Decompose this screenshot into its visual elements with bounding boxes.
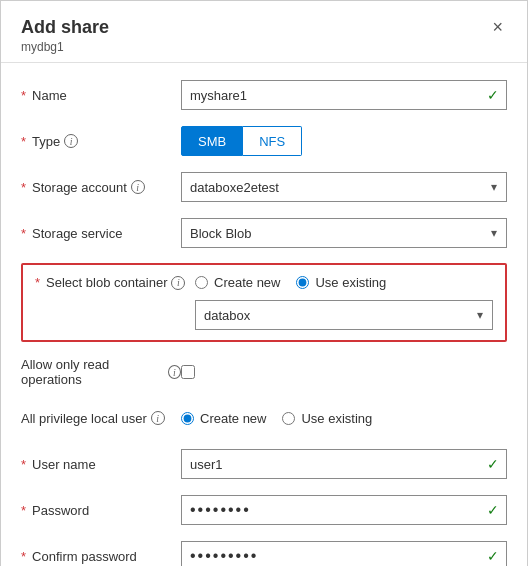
blob-create-new-radio[interactable] (195, 276, 208, 289)
allow-read-label: Allow only read operations i (21, 357, 181, 387)
privilege-row: All privilege local user i Create new Us… (21, 402, 507, 434)
blob-info-icon[interactable]: i (171, 276, 185, 290)
type-label: * Type i (21, 134, 181, 149)
dialog-title-group: Add share mydbg1 (21, 17, 109, 54)
storage-account-control: databoxe2etest ▾ (181, 172, 507, 202)
dialog-subtitle: mydbg1 (21, 40, 109, 54)
dialog-header: Add share mydbg1 × (1, 1, 527, 63)
name-input-wrapper: ✓ (181, 80, 507, 110)
blob-dropdown-row: databox ▾ (35, 300, 493, 330)
privilege-use-existing-option[interactable]: Use existing (282, 411, 372, 426)
privilege-radio-group: Create new Use existing (181, 411, 507, 426)
confirm-password-row: * Confirm password ✓ (21, 540, 507, 566)
allow-read-row: Allow only read operations i (21, 356, 507, 388)
blob-container-row: * Select blob container i Create new Use… (35, 275, 493, 290)
blob-dropdown-wrapper: databox ▾ (195, 300, 493, 330)
type-info-icon[interactable]: i (64, 134, 78, 148)
confirm-password-control: ✓ (181, 541, 507, 566)
storage-account-required: * (21, 180, 26, 195)
username-row: * User name ✓ (21, 448, 507, 480)
privilege-create-new-option[interactable]: Create new (181, 411, 266, 426)
storage-account-info-icon[interactable]: i (131, 180, 145, 194)
password-control: ✓ (181, 495, 507, 525)
name-row: * Name ✓ (21, 79, 507, 111)
type-required: * (21, 134, 26, 149)
name-required: * (21, 88, 26, 103)
password-check-icon: ✓ (487, 502, 499, 518)
add-share-dialog: Add share mydbg1 × * Name ✓ * Type (0, 0, 528, 566)
dialog-title: Add share (21, 17, 109, 38)
blob-radio-group: Create new Use existing (195, 275, 493, 290)
blob-container-select[interactable]: databox (195, 300, 493, 330)
storage-service-required: * (21, 226, 26, 241)
blob-create-new-option[interactable]: Create new (195, 275, 280, 290)
storage-service-select[interactable]: Block Blob Page Blob Azure Files (181, 218, 507, 248)
allow-read-checkbox[interactable] (181, 365, 195, 379)
confirm-check-icon: ✓ (487, 548, 499, 564)
type-toggle: SMB NFS (181, 126, 507, 156)
privilege-use-existing-radio[interactable] (282, 412, 295, 425)
storage-service-select-wrapper: Block Blob Page Blob Azure Files ▾ (181, 218, 507, 248)
dialog-body: * Name ✓ * Type i SMB NFS (1, 63, 527, 566)
storage-service-row: * Storage service Block Blob Page Blob A… (21, 217, 507, 249)
username-label: * User name (21, 457, 181, 472)
allow-read-info-icon[interactable]: i (168, 365, 181, 379)
close-button[interactable]: × (488, 17, 507, 38)
name-control: ✓ (181, 80, 507, 110)
privilege-label: All privilege local user i (21, 411, 181, 426)
privilege-control: Create new Use existing (181, 411, 507, 426)
blob-container-section: * Select blob container i Create new Use… (21, 263, 507, 342)
privilege-info-icon[interactable]: i (151, 411, 165, 425)
username-required: * (21, 457, 26, 472)
confirm-required: * (21, 549, 26, 564)
blob-required: * (35, 275, 40, 290)
name-input[interactable] (181, 80, 507, 110)
allow-read-control (181, 365, 507, 379)
confirm-password-input[interactable] (181, 541, 507, 566)
storage-account-label: * Storage account i (21, 180, 181, 195)
confirm-password-input-wrapper: ✓ (181, 541, 507, 566)
storage-account-select[interactable]: databoxe2etest (181, 172, 507, 202)
username-input[interactable] (181, 449, 507, 479)
type-smb-button[interactable]: SMB (181, 126, 243, 156)
storage-account-select-wrapper: databoxe2etest ▾ (181, 172, 507, 202)
password-label: * Password (21, 503, 181, 518)
password-row: * Password ✓ (21, 494, 507, 526)
username-control: ✓ (181, 449, 507, 479)
storage-account-row: * Storage account i databoxe2etest ▾ (21, 171, 507, 203)
blob-use-existing-radio[interactable] (296, 276, 309, 289)
username-check-icon: ✓ (487, 456, 499, 472)
storage-service-label: * Storage service (21, 226, 181, 241)
confirm-password-label: * Confirm password (21, 549, 181, 564)
blob-container-label: * Select blob container i (35, 275, 195, 290)
password-input[interactable] (181, 495, 507, 525)
blob-use-existing-option[interactable]: Use existing (296, 275, 386, 290)
password-input-wrapper: ✓ (181, 495, 507, 525)
username-input-wrapper: ✓ (181, 449, 507, 479)
privilege-create-new-radio[interactable] (181, 412, 194, 425)
password-required: * (21, 503, 26, 518)
type-control: SMB NFS (181, 126, 507, 156)
storage-service-control: Block Blob Page Blob Azure Files ▾ (181, 218, 507, 248)
type-nfs-button[interactable]: NFS (243, 126, 302, 156)
type-row: * Type i SMB NFS (21, 125, 507, 157)
name-check-icon: ✓ (487, 87, 499, 103)
name-label: * Name (21, 88, 181, 103)
